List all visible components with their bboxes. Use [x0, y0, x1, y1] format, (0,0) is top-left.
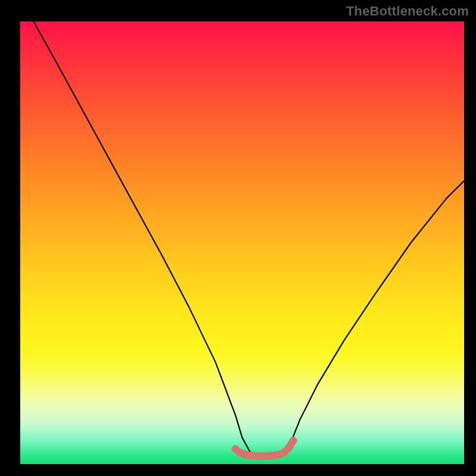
watermark-text: TheBottleneck.com [346, 4, 469, 19]
chart-svg [20, 21, 464, 464]
chart-frame: TheBottleneck.com [0, 0, 476, 476]
plot-area [20, 21, 464, 464]
main-curve [33, 21, 464, 457]
marker-dot [289, 437, 297, 444]
marker-dot [285, 444, 293, 452]
bottom-marker-group [231, 437, 297, 460]
